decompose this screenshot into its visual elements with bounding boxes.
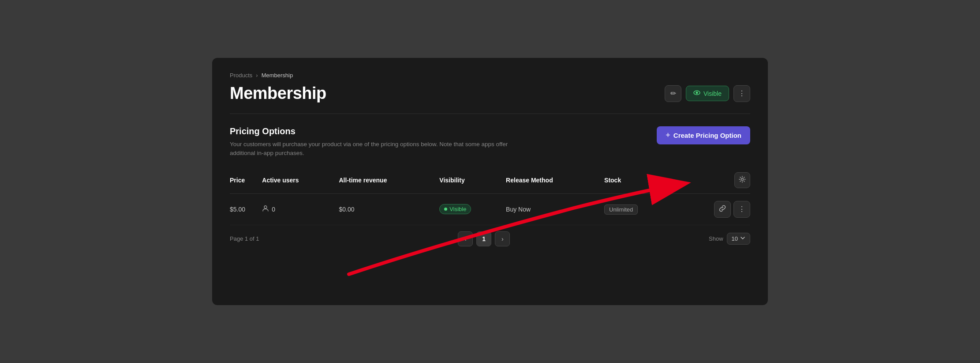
edit-icon: ✏ — [670, 89, 676, 98]
col-stock: Stock — [604, 167, 674, 194]
section-title: Pricing Options — [230, 126, 530, 136]
page-info: Page 1 of 1 — [230, 235, 259, 242]
eye-icon — [693, 89, 700, 98]
visible-button[interactable]: Visible — [686, 86, 729, 101]
next-page-button[interactable]: › — [495, 231, 510, 246]
section-desc: Your customers will purchase your produc… — [230, 140, 530, 158]
cell-visibility: Visible — [439, 193, 506, 225]
page-1-button[interactable]: 1 — [476, 231, 491, 246]
pagination-row: Page 1 of 1 ‹ 1 › Show 10 — [230, 229, 750, 246]
pagination-controls: ‹ 1 › — [458, 231, 510, 246]
col-all-time-revenue: All-time revenue — [339, 167, 440, 194]
more-button[interactable]: ⋮ — [733, 85, 750, 102]
create-pricing-option-label: Create Pricing Option — [673, 132, 741, 139]
main-window: Products › Membership Membership ✏ Visib… — [212, 58, 768, 305]
page-title: Membership — [230, 84, 326, 103]
cell-stock: Unlimited — [604, 193, 674, 225]
row-more-icon: ⋮ — [738, 205, 745, 213]
gear-icon — [739, 176, 746, 184]
svg-point-3 — [264, 206, 267, 208]
table-settings-button[interactable] — [734, 172, 750, 188]
more-icon: ⋮ — [738, 89, 745, 98]
breadcrumb-current: Membership — [262, 72, 293, 79]
svg-point-2 — [741, 178, 744, 181]
create-pricing-option-button[interactable]: + Create Pricing Option — [657, 126, 750, 144]
divider — [230, 113, 750, 114]
page-header: Membership ✏ Visible ⋮ — [230, 84, 750, 103]
visibility-label: Visible — [449, 206, 466, 212]
per-page-select[interactable]: 10 — [727, 233, 750, 245]
breadcrumb-products[interactable]: Products — [230, 72, 252, 79]
edit-button[interactable]: ✏ — [665, 85, 681, 102]
col-visibility: Visibility — [439, 167, 506, 194]
table-row: $5.00 0 $0.00 — [230, 193, 750, 225]
per-page-value: 10 — [732, 235, 738, 242]
stock-badge: Unlimited — [604, 204, 638, 215]
prev-page-button[interactable]: ‹ — [458, 231, 473, 246]
cell-revenue: $0.00 — [339, 193, 440, 225]
visible-dot — [444, 208, 447, 211]
plus-icon: + — [666, 131, 670, 140]
breadcrumb: Products › Membership — [230, 72, 750, 79]
table-header-row: Price Active users All-time revenue Visi… — [230, 167, 750, 194]
row-more-button[interactable]: ⋮ — [733, 201, 750, 218]
svg-point-1 — [696, 92, 698, 94]
breadcrumb-separator: › — [256, 72, 258, 79]
col-price: Price — [230, 167, 262, 194]
show-control: Show 10 — [709, 233, 750, 245]
cell-release-method: Buy Now — [506, 193, 604, 225]
col-actions — [674, 167, 750, 194]
pricing-table: Price Active users All-time revenue Visi… — [230, 167, 750, 225]
link-button[interactable] — [714, 201, 731, 218]
visible-label: Visible — [703, 90, 722, 97]
col-release-method: Release Method — [506, 167, 604, 194]
col-active-users: Active users — [262, 167, 339, 194]
header-actions: ✏ Visible ⋮ — [665, 85, 750, 102]
chevron-down-icon — [740, 235, 745, 242]
cell-active-users: 0 — [262, 193, 339, 225]
section-title-group: Pricing Options Your customers will purc… — [230, 126, 530, 158]
cell-price: $5.00 — [230, 193, 262, 225]
active-users-count: 0 — [272, 206, 275, 213]
cell-row-actions: ⋮ — [674, 193, 750, 225]
user-icon — [262, 205, 269, 213]
show-label: Show — [709, 235, 723, 242]
pricing-options-section: Pricing Options Your customers will purc… — [230, 126, 750, 158]
link-icon — [719, 205, 726, 214]
